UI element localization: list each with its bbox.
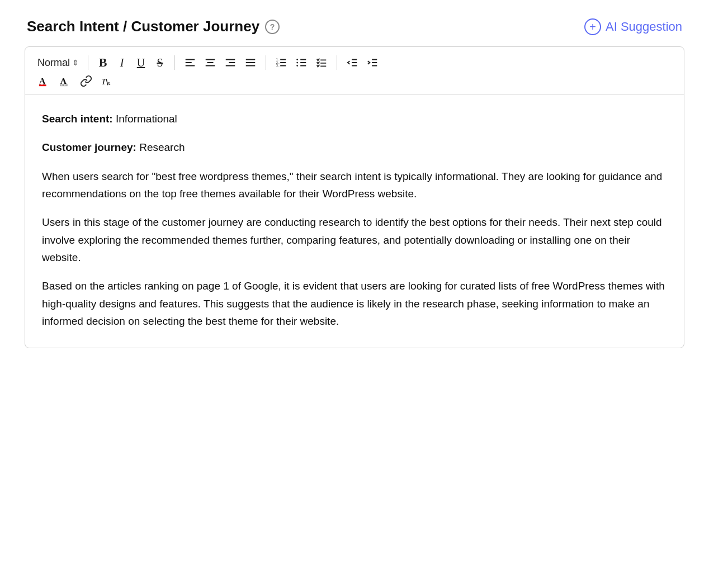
unordered-list-button[interactable] bbox=[293, 55, 310, 70]
search-intent-line: Search intent: Informational bbox=[42, 110, 667, 127]
section-header: Search Intent / Customer Journey ? + AI … bbox=[25, 18, 684, 35]
chevron-icon: ⇕ bbox=[72, 58, 79, 67]
search-intent-label: Search intent: bbox=[42, 113, 113, 125]
svg-rect-34 bbox=[39, 84, 46, 86]
checklist-button[interactable] bbox=[313, 55, 330, 70]
ordered-list-button[interactable]: 1. 2. 3. bbox=[273, 55, 290, 70]
underline-button[interactable]: U bbox=[133, 55, 149, 70]
align-left-button[interactable] bbox=[182, 55, 198, 70]
svg-text:T: T bbox=[101, 77, 107, 86]
align-justify-button[interactable] bbox=[242, 55, 259, 70]
customer-journey-line: Customer journey: Research bbox=[42, 139, 667, 156]
clear-format-button[interactable]: T x bbox=[98, 74, 116, 88]
svg-point-22 bbox=[296, 62, 298, 64]
paragraph-1: When users search for "best free wordpre… bbox=[42, 168, 667, 203]
editor-box: Normal ⇕ B I U S bbox=[25, 46, 684, 348]
align-right-button[interactable] bbox=[222, 55, 239, 70]
paragraph-2-text: Users in this stage of the customer jour… bbox=[42, 216, 662, 263]
bold-button[interactable]: B bbox=[95, 55, 111, 70]
customer-journey-value: Research bbox=[136, 141, 185, 153]
customer-journey-label: Customer journey: bbox=[42, 141, 136, 153]
svg-point-21 bbox=[296, 59, 298, 60]
main-container: Search Intent / Customer Journey ? + AI … bbox=[25, 18, 684, 348]
font-color-button[interactable]: A bbox=[35, 74, 53, 88]
paragraph-3-text: Based on the articles ranking on page 1 … bbox=[42, 280, 665, 327]
divider-2 bbox=[174, 55, 175, 70]
svg-text:3.: 3. bbox=[276, 64, 280, 67]
underline-label: U bbox=[137, 57, 145, 68]
divider-1 bbox=[88, 55, 88, 70]
toolbar-row-1: Normal ⇕ B I U S bbox=[35, 55, 674, 70]
section-title: Search Intent / Customer Journey bbox=[27, 18, 259, 35]
paragraph-3: Based on the articles ranking on page 1 … bbox=[42, 277, 667, 330]
link-button[interactable] bbox=[78, 74, 94, 88]
style-selector[interactable]: Normal ⇕ bbox=[35, 56, 81, 70]
paragraph-2: Users in this stage of the customer jour… bbox=[42, 214, 667, 266]
help-icon[interactable]: ? bbox=[265, 20, 280, 34]
highlight-color-button[interactable]: A bbox=[56, 74, 74, 88]
ai-plus-icon: + bbox=[584, 18, 601, 35]
style-label: Normal bbox=[37, 57, 70, 69]
strikethrough-button[interactable]: S bbox=[152, 55, 168, 70]
toolbar: Normal ⇕ B I U S bbox=[25, 47, 684, 94]
indent-button[interactable] bbox=[364, 55, 381, 70]
svg-text:A: A bbox=[60, 76, 67, 86]
divider-4 bbox=[337, 55, 337, 70]
ai-suggestion-label: AI Suggestion bbox=[606, 20, 682, 34]
italic-button[interactable]: I bbox=[114, 55, 130, 70]
strikethrough-label: S bbox=[157, 57, 163, 68]
svg-point-23 bbox=[296, 65, 298, 67]
divider-3 bbox=[266, 55, 266, 70]
align-center-button[interactable] bbox=[202, 55, 219, 70]
bold-label: B bbox=[99, 56, 107, 69]
outdent-button[interactable] bbox=[344, 55, 361, 70]
italic-label: I bbox=[120, 57, 124, 68]
header-left: Search Intent / Customer Journey ? bbox=[27, 18, 280, 35]
search-intent-value: Informational bbox=[113, 113, 177, 125]
svg-text:x: x bbox=[107, 79, 111, 86]
toolbar-row-2: A A bbox=[35, 74, 674, 88]
paragraph-1-text: When users search for "best free wordpre… bbox=[42, 170, 662, 200]
content-area[interactable]: Search intent: Informational Customer jo… bbox=[25, 94, 684, 348]
ai-suggestion-button[interactable]: + AI Suggestion bbox=[584, 18, 682, 35]
